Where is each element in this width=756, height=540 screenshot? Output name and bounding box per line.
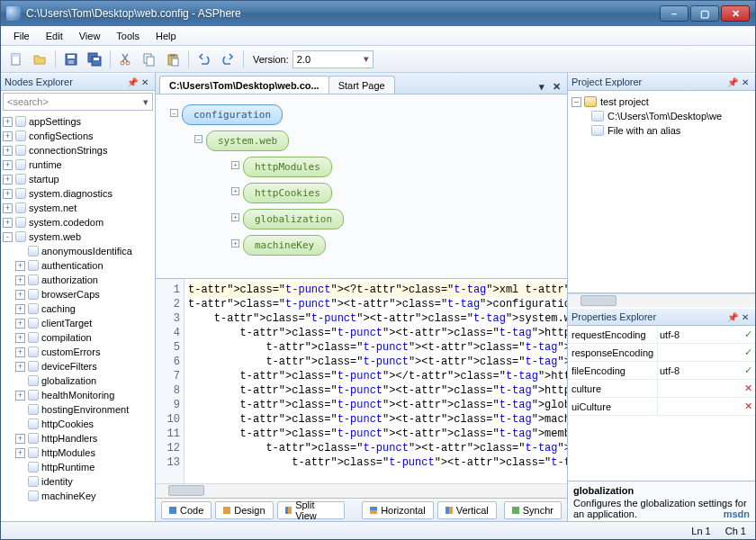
menu-help[interactable]: Help — [148, 29, 184, 43]
tree-node[interactable]: -system.web — [3, 230, 153, 244]
tree-node[interactable]: +connectionStrings — [3, 143, 153, 158]
tree-toggle[interactable]: + — [15, 261, 25, 271]
tree-toggle[interactable]: + — [15, 362, 25, 372]
tree-toggle[interactable]: + — [15, 275, 25, 285]
redo-icon[interactable] — [218, 50, 238, 69]
property-input[interactable] — [658, 399, 741, 415]
nodes-tree[interactable]: +appSettings+configSections+connectionSt… — [1, 112, 155, 521]
designer-view[interactable]: – configuration – system.web +httpModule… — [156, 94, 567, 279]
msdn-link[interactable]: msdn — [724, 508, 750, 519]
code-editor[interactable]: 12345678910111213 t-attr">class="t-punct… — [156, 279, 567, 483]
new-file-icon[interactable] — [6, 50, 26, 69]
tree-toggle[interactable]: + — [3, 175, 13, 184]
code-line[interactable]: t-attr">class="t-punct"><t-attr">class="… — [188, 355, 567, 369]
tree-toggle[interactable]: – — [572, 97, 581, 107]
tree-toggle[interactable]: + — [3, 189, 13, 199]
tree-toggle[interactable]: + — [15, 391, 25, 400]
tree-toggle[interactable]: + — [15, 333, 25, 343]
tree-node[interactable]: httpCookies — [15, 417, 153, 431]
property-input[interactable] — [658, 363, 741, 379]
tree-toggle[interactable]: + — [15, 347, 25, 357]
project-tree[interactable]: – test project C:\Users\Tom\Desktop\we F… — [568, 91, 755, 293]
designer-node[interactable]: httpCookies — [243, 183, 332, 203]
designer-node[interactable]: globalization — [243, 209, 344, 230]
code-line[interactable]: t-attr">class="t-punct"><t-attr">class="… — [188, 311, 567, 326]
code-line[interactable]: t-attr">class="t-punct"><t-attr">class="… — [188, 383, 567, 398]
search-input[interactable]: <search> ▾ — [3, 93, 153, 111]
tree-node[interactable]: +browserCaps — [15, 287, 153, 302]
tree-toggle[interactable]: + — [15, 290, 25, 300]
tab-dropdown-icon[interactable]: ▾ — [535, 79, 549, 94]
document-tab[interactable]: Start Page — [328, 76, 395, 94]
tree-toggle[interactable]: + — [3, 218, 13, 228]
project-item[interactable]: C:\Users\Tom\Desktop\we — [572, 109, 752, 123]
code-body[interactable]: t-attr">class="t-punct"><?t-attr">class=… — [184, 279, 567, 483]
project-root[interactable]: – test project — [572, 94, 752, 109]
tree-node[interactable]: identity — [15, 474, 153, 489]
code-line[interactable]: t-attr">class="t-punct"><t-attr">class="… — [188, 412, 567, 427]
code-line[interactable]: t-attr">class="t-punct"><t-attr">class="… — [188, 326, 567, 340]
tab-close-icon[interactable]: ✕ — [549, 79, 563, 94]
designer-toggle[interactable]: + — [231, 213, 239, 221]
designer-toggle[interactable]: + — [231, 239, 239, 248]
code-line[interactable]: t-attr">class="t-punct"></t-attr">class=… — [188, 369, 567, 383]
designer-node[interactable]: machineKey — [243, 235, 326, 256]
tree-toggle[interactable]: + — [3, 160, 13, 170]
menu-file[interactable]: File — [6, 29, 37, 43]
pin-icon[interactable]: 📌 — [126, 76, 139, 88]
horizontal-scrollbar[interactable] — [156, 483, 567, 498]
view-tab-horizontal[interactable]: Horizontal — [362, 501, 434, 519]
scrollbar-thumb[interactable] — [580, 295, 616, 306]
property-input[interactable] — [658, 345, 741, 361]
view-tab-split[interactable]: Split View — [277, 501, 345, 519]
close-icon[interactable]: ✕ — [739, 76, 752, 88]
code-line[interactable]: t-attr">class="t-punct"><t-attr">class="… — [188, 427, 567, 441]
tree-toggle[interactable]: + — [15, 304, 25, 314]
designer-node-configuration[interactable]: configuration — [182, 104, 283, 125]
tree-node[interactable]: +customErrors — [15, 345, 153, 359]
property-input[interactable] — [658, 327, 741, 343]
pin-icon[interactable]: 📌 — [726, 76, 739, 88]
paste-icon[interactable] — [163, 50, 183, 69]
code-line[interactable]: t-attr">class="t-punct"><t-attr">class="… — [188, 455, 567, 470]
tree-node[interactable]: anonymousIdentifica — [15, 244, 153, 258]
copy-icon[interactable] — [140, 50, 159, 69]
code-line[interactable]: t-attr">class="t-punct"><?t-attr">class=… — [188, 283, 567, 297]
minimize-button[interactable]: – — [660, 5, 688, 22]
tree-node[interactable]: hostingEnvironment — [15, 402, 153, 417]
tree-toggle[interactable]: + — [15, 448, 25, 458]
designer-toggle[interactable]: – — [170, 109, 178, 117]
close-icon[interactable]: ✕ — [739, 310, 752, 323]
tree-toggle[interactable]: + — [3, 117, 13, 127]
tree-node[interactable]: +system.net — [3, 201, 153, 215]
tree-toggle[interactable]: + — [3, 131, 13, 141]
view-tab-vertical[interactable]: Vertical — [437, 501, 497, 519]
save-icon[interactable] — [61, 50, 81, 69]
open-folder-icon[interactable] — [30, 50, 50, 69]
code-line[interactable]: t-attr">class="t-punct"><t-attr">class="… — [188, 398, 567, 412]
tree-node[interactable]: +startup — [3, 172, 153, 186]
pin-icon[interactable]: 📌 — [726, 310, 739, 323]
tree-node[interactable]: +httpModules — [15, 446, 153, 460]
tree-node[interactable]: +system.diagnostics — [3, 186, 153, 201]
version-select[interactable]: 2.0 ▾ — [292, 50, 374, 68]
designer-toggle[interactable]: – — [194, 135, 202, 143]
tree-node[interactable]: httpRuntime — [15, 460, 153, 474]
horizontal-scrollbar[interactable] — [568, 293, 755, 308]
designer-toggle[interactable]: + — [231, 161, 239, 169]
designer-node-systemweb[interactable]: system.web — [206, 130, 289, 151]
save-all-icon[interactable] — [85, 50, 104, 69]
close-button[interactable]: ✕ — [721, 5, 750, 22]
tree-toggle[interactable]: + — [3, 203, 13, 213]
tree-node[interactable]: +authentication — [15, 258, 153, 273]
tree-node[interactable]: +httpHandlers — [15, 431, 153, 446]
tree-node[interactable]: +configSections — [3, 129, 153, 143]
tree-toggle[interactable]: - — [3, 232, 13, 242]
tree-node[interactable]: +clientTarget — [15, 316, 153, 330]
tree-node[interactable]: +system.codedom — [3, 215, 153, 230]
close-icon[interactable]: ✕ — [139, 76, 151, 88]
tree-toggle[interactable]: + — [3, 146, 13, 156]
tree-node[interactable]: +appSettings — [3, 114, 153, 129]
cut-icon[interactable] — [116, 50, 136, 69]
view-tab-sync[interactable]: Synchr — [504, 501, 562, 519]
